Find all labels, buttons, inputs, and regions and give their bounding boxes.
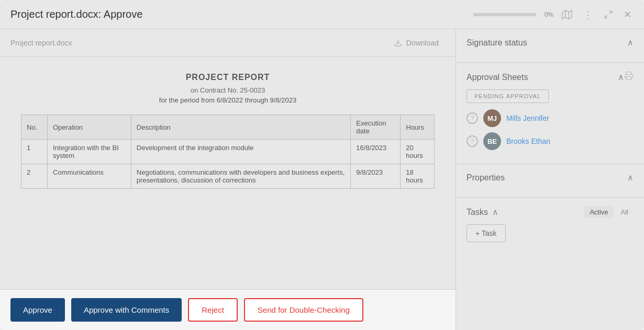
approver-row-brooks: ? BE Brooks Ethan xyxy=(467,132,634,150)
cell-operation: Integration with the BI system xyxy=(48,140,131,164)
map-icon-button[interactable] xyxy=(560,7,574,22)
action-bar: Approve Approve with Comments Reject Sen… xyxy=(0,289,456,330)
cell-hours: 18 hours xyxy=(401,164,435,189)
brooks-question-icon: ? xyxy=(467,135,478,147)
cell-description: Negotiations, communications with develo… xyxy=(131,164,351,189)
table-row: 2 Communications Negotiations, communica… xyxy=(21,164,435,189)
expand-button[interactable] xyxy=(602,8,615,21)
send-double-checking-button[interactable]: Send for Double-Checking xyxy=(244,298,363,322)
reject-button[interactable]: Reject xyxy=(188,298,238,322)
brooks-name-link[interactable]: Brooks Ethan xyxy=(506,137,550,145)
cell-no: 1 xyxy=(21,140,48,164)
col-operation: Operation xyxy=(48,115,131,140)
cell-no: 2 xyxy=(21,164,48,189)
approval-header-row: Approval Sheets ∧ xyxy=(467,71,634,83)
cell-operation: Communications xyxy=(48,164,131,189)
pending-approval-badge: PENDING APPROVAL xyxy=(467,89,549,103)
tasks-section: Tasks ∧ Active All + Task xyxy=(456,198,644,251)
tasks-title: Tasks xyxy=(467,208,488,217)
more-menu-button[interactable]: ⋮ xyxy=(581,6,595,23)
document-panel: Project report.docx Download PROJECT REP… xyxy=(0,29,456,330)
properties-title: Properties xyxy=(467,173,505,183)
close-button[interactable]: ✕ xyxy=(621,7,634,22)
doc-period: for the period from 6/8/2022 through 9/8… xyxy=(21,96,435,104)
approval-sheets-title: Approval Sheets xyxy=(467,73,528,82)
signature-status-section: Signature status ∧ xyxy=(456,29,644,63)
tasks-chevron[interactable]: ∧ xyxy=(492,207,498,217)
document-content: PROJECT REPORT on Contract No. 25-0023 f… xyxy=(0,57,456,289)
print-icon[interactable] xyxy=(624,71,634,83)
tasks-title-row: Tasks ∧ xyxy=(467,207,498,217)
more-icon: ⋮ xyxy=(583,8,593,21)
expand-icon xyxy=(604,10,613,19)
svg-marker-0 xyxy=(562,10,572,19)
close-icon: ✕ xyxy=(624,9,631,20)
approve-button[interactable]: Approve xyxy=(10,298,65,322)
document-toolbar: Project report.docx Download xyxy=(0,29,456,57)
doc-main-title: PROJECT REPORT xyxy=(21,73,435,82)
svg-line-3 xyxy=(609,11,612,14)
table-header-row: No. Operation Description Execution date… xyxy=(21,115,435,140)
col-execution-date: Execution date xyxy=(351,115,401,140)
header: Project report.docx: Approve 0% ⋮ xyxy=(0,0,644,29)
doc-subtitle: on Contract No. 25-0023 xyxy=(21,86,435,94)
table-row: 1 Integration with the BI system Develop… xyxy=(21,140,435,164)
download-label: Download xyxy=(406,39,439,47)
content-area: Project report.docx Download PROJECT REP… xyxy=(0,29,644,330)
approval-sheets-chevron[interactable]: ∧ xyxy=(618,72,624,82)
mills-avatar: MJ xyxy=(483,109,501,127)
mills-name-link[interactable]: Mills Jennifer xyxy=(506,114,549,122)
header-controls: 0% ⋮ ✕ xyxy=(473,6,634,23)
tasks-tab-active[interactable]: Active xyxy=(584,206,613,218)
add-task-button[interactable]: + Task xyxy=(467,224,506,242)
progress-bar xyxy=(473,13,536,16)
progress-label: 0% xyxy=(545,11,553,18)
cell-hours: 20 hours xyxy=(401,140,435,164)
approve-with-comments-button[interactable]: Approve with Comments xyxy=(71,298,182,322)
tasks-tab-all[interactable]: All xyxy=(616,206,634,218)
download-icon xyxy=(394,39,402,47)
page-title: Project report.docx: Approve xyxy=(10,8,473,20)
approval-badge-container: PENDING APPROVAL xyxy=(467,89,634,109)
col-no: No. xyxy=(21,115,48,140)
cell-description: Development of the integration module xyxy=(131,140,351,164)
doc-table: No. Operation Description Execution date… xyxy=(21,115,435,189)
col-description: Description xyxy=(131,115,351,140)
properties-header: Properties ∧ xyxy=(467,173,634,183)
tasks-tabs: Active All xyxy=(584,206,634,218)
cell-execution-date: 9/8/2023 xyxy=(351,164,401,189)
mills-question-icon: ? xyxy=(467,112,478,124)
signature-status-header: Signature status ∧ xyxy=(467,38,634,48)
map-icon xyxy=(562,9,572,20)
cell-execution-date: 16/8/2023 xyxy=(351,140,401,164)
signature-status-chevron[interactable]: ∧ xyxy=(627,38,634,48)
svg-rect-6 xyxy=(627,77,631,80)
approver-row-mills: ? MJ Mills Jennifer xyxy=(467,109,634,127)
svg-line-4 xyxy=(605,15,607,18)
brooks-avatar: BE xyxy=(483,132,501,150)
main-window: Project report.docx: Approve 0% ⋮ xyxy=(0,0,644,330)
col-hours: Hours xyxy=(401,115,435,140)
signature-status-title: Signature status xyxy=(467,38,527,48)
tasks-header: Tasks ∧ Active All xyxy=(467,206,634,218)
download-button[interactable]: Download xyxy=(387,36,445,50)
approval-sheets-header: Approval Sheets ∧ xyxy=(467,72,624,82)
right-sidebar: Signature status ∧ Approval Sheets ∧ xyxy=(456,29,644,330)
properties-section: Properties ∧ xyxy=(456,164,644,198)
properties-chevron[interactable]: ∧ xyxy=(627,173,634,183)
doc-filename: Project report.docx xyxy=(10,39,387,47)
approval-sheets-section: Approval Sheets ∧ PENDING APPROVAL xyxy=(456,63,644,164)
